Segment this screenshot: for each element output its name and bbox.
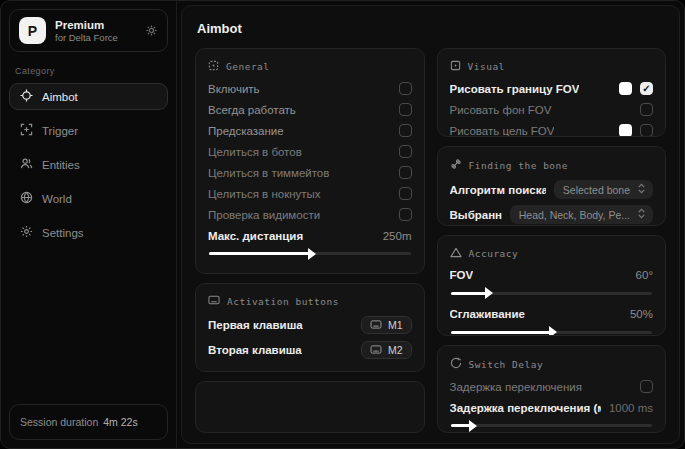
sidebar-item-label: Aimbot <box>42 91 78 103</box>
visual-title: Visual <box>468 61 505 72</box>
sidebar-item-label: Trigger <box>42 125 78 137</box>
general-icon <box>208 60 219 73</box>
crosshair-icon <box>20 89 33 104</box>
sidebar: P Premium for Delta Force Category <box>1 1 177 448</box>
toggle-row: Целиться в тиммейтов <box>208 162 412 183</box>
main-panel: Aimbot General Включить <box>181 5 680 444</box>
category-label: Category <box>15 66 162 76</box>
checkbox[interactable] <box>399 103 412 116</box>
session-duration-value: 4m 22s <box>103 416 137 428</box>
switch-delay-card: Switch Delay Задержка переключения Задер… <box>437 345 667 433</box>
toggle-label: Включить <box>208 83 260 95</box>
keybind-button[interactable]: M1 <box>361 316 412 334</box>
accuracy-title: Accuracy <box>469 248 519 259</box>
visual-row: Рисовать цель FOV <box>450 120 654 137</box>
fov-slider[interactable] <box>451 292 653 295</box>
general-card: General Включить Всегда работать Предска… <box>195 48 425 274</box>
app-subtitle: for Delta Force <box>55 32 118 43</box>
keybind-button[interactable]: M2 <box>361 341 412 359</box>
accuracy-card: Accuracy FOV 60° Сглаживание 50% <box>437 235 667 337</box>
keybind-value: M2 <box>388 344 403 356</box>
toggle-label: Задержка переключения <box>450 381 582 393</box>
sidebar-item-settings[interactable]: Settings <box>9 219 168 246</box>
page-title: Aimbot <box>197 21 664 36</box>
sidebar-item-entities[interactable]: Entities <box>9 151 168 178</box>
visual-label: Рисовать фон FOV <box>450 104 552 116</box>
general-title: General <box>226 61 270 72</box>
checkbox[interactable] <box>640 103 653 116</box>
toggle-label: Предсказание <box>208 125 284 137</box>
sidebar-item-label: Entities <box>42 159 80 171</box>
selected-bones-select[interactable]: Head, Neck, Body, Pe... <box>510 205 653 224</box>
sidebar-item-label: Settings <box>42 227 84 239</box>
gear-icon[interactable] <box>145 24 158 37</box>
toggle-row: Предсказание <box>208 120 412 141</box>
toggle-row: Включить <box>208 78 412 99</box>
checkbox[interactable] <box>640 124 653 137</box>
checkbox[interactable] <box>640 380 653 393</box>
timer-icon <box>450 357 462 371</box>
keyboard-icon <box>370 319 382 331</box>
bone-label: Выбранные кости <box>450 209 502 221</box>
toggle-label: Всегда работать <box>208 104 296 116</box>
checkbox[interactable] <box>399 124 412 137</box>
slider-value: 60° <box>636 269 653 281</box>
checkbox[interactable] <box>399 187 412 200</box>
left-column: General Включить Всегда работать Предска… <box>195 48 425 433</box>
color-swatch[interactable] <box>619 124 632 137</box>
slider-value: 50% <box>630 308 653 320</box>
chevron-up-down-icon <box>637 208 646 221</box>
slider-value: 250m <box>383 230 412 242</box>
visual-label: Рисовать цель FOV <box>450 125 555 137</box>
sidebar-nav: Aimbot Trigger Entities <box>9 83 168 246</box>
visual-card: Visual Рисовать границу FOV Рисовать фон… <box>437 48 667 137</box>
session-duration-label: Session duration <box>20 416 98 428</box>
visual-row: Рисовать границу FOV <box>450 78 654 99</box>
max-distance-slider[interactable] <box>209 252 411 255</box>
switch-delay-title: Switch Delay <box>469 359 544 370</box>
slider-thumb[interactable] <box>485 287 493 299</box>
bone-algorithm-select[interactable]: Selected bone <box>554 180 653 199</box>
empty-card <box>195 381 425 433</box>
sidebar-item-aimbot[interactable]: Aimbot <box>9 83 168 110</box>
app-logo: P <box>19 17 46 44</box>
slider-row: FOV 60° <box>450 265 654 286</box>
checkbox[interactable] <box>399 208 412 221</box>
finding-bone-card: Finding the bone Алгоритм поиска костей … <box>437 146 667 225</box>
visual-label: Рисовать границу FOV <box>450 83 580 95</box>
app-title: Premium <box>55 19 118 31</box>
activation-title: Activation buttons <box>227 296 339 307</box>
slider-thumb[interactable] <box>469 420 477 432</box>
bone-label: Алгоритм поиска костей <box>450 184 546 196</box>
toggle-row: Проверка видимости <box>208 204 412 225</box>
slider-thumb[interactable] <box>308 248 316 260</box>
bone-row: Алгоритм поиска костей Selected bone <box>450 177 654 202</box>
visual-row: Рисовать фон FOV <box>450 99 654 120</box>
sidebar-item-world[interactable]: World <box>9 185 168 212</box>
frame-icon <box>450 60 461 73</box>
bone-row: Выбранные кости Head, Neck, Body, Pe... <box>450 202 654 225</box>
slider-label: Сглаживание <box>450 308 525 320</box>
slider-label: FOV <box>450 269 474 281</box>
toggle-label: Целиться в нокнутых <box>208 188 321 200</box>
checkbox[interactable] <box>399 82 412 95</box>
app-window: P Premium for Delta Force Category <box>0 0 685 449</box>
select-value: Selected bone <box>563 184 630 196</box>
slider-value: 1000 ms <box>609 402 653 414</box>
keybind-row: Вторая клавиша M2 <box>208 337 412 362</box>
slider-row: Сглаживание 50% <box>450 304 654 325</box>
switch-delay-slider[interactable] <box>451 424 653 427</box>
color-swatch[interactable] <box>619 82 632 95</box>
sidebar-item-trigger[interactable]: Trigger <box>9 117 168 144</box>
toggle-row: Задержка переключения <box>450 376 654 397</box>
checkbox[interactable] <box>640 82 653 95</box>
slider-thumb[interactable] <box>549 326 557 336</box>
smoothing-slider[interactable] <box>451 331 653 334</box>
settings-gear-icon <box>20 225 33 240</box>
keybind-label: Вторая клавиша <box>208 344 302 356</box>
checkbox[interactable] <box>399 145 412 158</box>
keybind-value: M1 <box>388 319 403 331</box>
checkbox[interactable] <box>399 166 412 179</box>
keyboard-icon <box>208 295 220 307</box>
toggle-label: Проверка видимости <box>208 209 320 221</box>
